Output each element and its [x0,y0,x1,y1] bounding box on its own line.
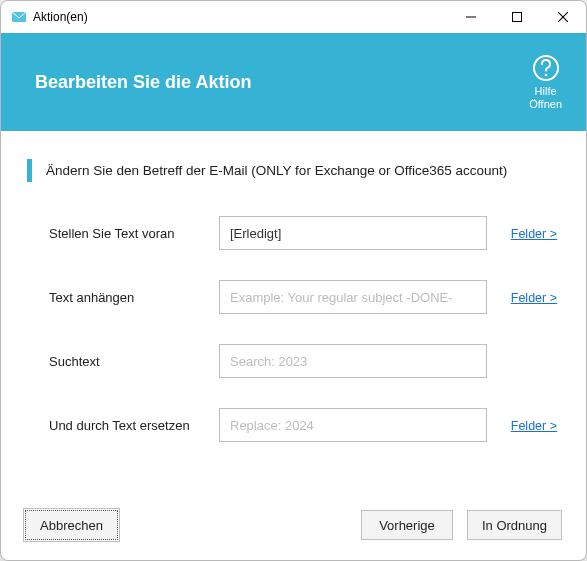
previous-button[interactable]: Vorherige [361,510,453,540]
titlebar: Aktion(en) [1,1,586,33]
fields-link-replace[interactable]: Felder > [511,419,557,433]
app-icon [11,9,27,25]
help-label-2: Öffnen [529,98,562,111]
window-title: Aktion(en) [33,10,448,24]
input-replace[interactable] [219,408,487,442]
label-search: Suchtext [49,354,219,369]
banner-title: Bearbeiten Sie die Aktion [35,72,251,93]
input-search[interactable] [219,344,487,378]
close-button[interactable] [540,1,586,33]
help-icon [531,53,561,83]
footer: Abbrechen Vorherige In Ordnung [1,500,586,560]
instruction-row: Ändern Sie den Betreff der E-Mail (ONLY … [27,159,560,182]
instruction-text: Ändern Sie den Betreff der E-Mail (ONLY … [46,159,507,182]
row-replace: Und durch Text ersetzen Felder > [27,408,560,442]
svg-point-4 [544,74,547,77]
fields-link-prefix[interactable]: Felder > [511,227,557,241]
minimize-button[interactable] [448,1,494,33]
row-prefix: Stellen Sie Text voran Felder > [27,216,560,250]
window-controls [448,1,586,33]
row-append: Text anhängen Felder > [27,280,560,314]
label-replace: Und durch Text ersetzen [49,418,219,433]
input-append[interactable] [219,280,487,314]
svg-rect-1 [466,17,476,18]
accent-bar [27,159,32,182]
help-button[interactable]: Hilfe Öffnen [529,53,562,111]
help-label-1: Hilfe [535,85,557,98]
cancel-button[interactable]: Abbrechen [25,510,118,540]
row-search: Suchtext [27,344,560,378]
dialog-window: Aktion(en) Bearbeiten Sie die Aktion Hil… [0,0,587,561]
content-area: Ändern Sie den Betreff der E-Mail (ONLY … [1,131,586,500]
banner: Bearbeiten Sie die Aktion Hilfe Öffnen [1,33,586,131]
svg-rect-2 [513,13,522,22]
label-prefix: Stellen Sie Text voran [49,226,219,241]
label-append: Text anhängen [49,290,219,305]
fields-link-append[interactable]: Felder > [511,291,557,305]
ok-button[interactable]: In Ordnung [467,510,562,540]
input-prefix[interactable] [219,216,487,250]
maximize-button[interactable] [494,1,540,33]
